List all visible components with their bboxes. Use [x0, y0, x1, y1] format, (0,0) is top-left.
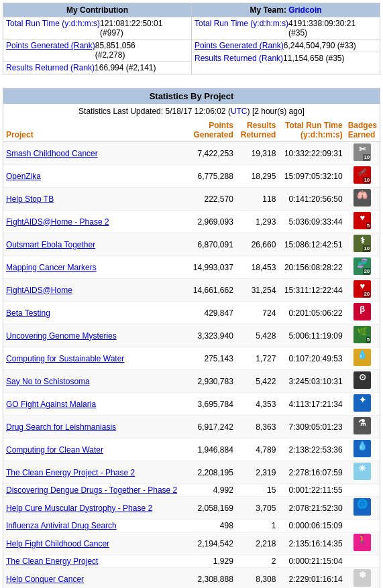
project-results: 1,727 [236, 347, 279, 370]
points-value-left: 85,851,056 (#2,278) [95, 41, 135, 60]
project-name[interactable]: FightAIDS@Home - Phase 2 [3, 211, 188, 233]
project-name[interactable]: Help Conquer Cancer [3, 568, 188, 589]
utc-link[interactable]: UTC [231, 107, 248, 116]
project-name[interactable]: Help Stop TB [3, 188, 188, 211]
project-results: 15 [236, 484, 279, 497]
project-name[interactable]: FightAIDS@Home [3, 279, 188, 302]
project-runtime: 0:201:05:06:22 [278, 302, 345, 325]
results-label-right: Results Returned (Rank) [195, 54, 283, 63]
project-points: 2,208,195 [188, 461, 236, 484]
projects-table: Project PointsGenerated ResultsReturned … [3, 119, 380, 588]
run-time-value-right: 4191:338:09:30:21 (#35) [288, 19, 355, 38]
project-name[interactable]: The Clean Energy Project [3, 555, 188, 568]
table-row: The Clean Energy Project - Phase 2 2,208… [3, 461, 380, 484]
project-runtime: 2:138:22:53:36 [278, 438, 345, 461]
project-runtime: 5:036:09:33:44 [278, 211, 345, 233]
project-results: 8,363 [236, 416, 279, 438]
project-name[interactable]: OpenZika [3, 165, 188, 188]
col-results: ResultsReturned [236, 119, 279, 142]
badge-icon: ⚗ [353, 417, 371, 434]
project-badge: 🌿 5 [345, 325, 380, 347]
badge-icon: ❄ [353, 569, 371, 587]
project-runtime: 2:229:01:16:14 [278, 568, 345, 589]
table-row: Computing for Sustainable Water 275,143 … [3, 347, 380, 370]
project-results: 4,789 [236, 438, 279, 461]
table-row: FightAIDS@Home 14,661,662 31,254 15:311:… [3, 279, 380, 302]
project-badge: 🧬 20 [345, 256, 380, 279]
project-badge: ⚕ 10 [345, 233, 380, 256]
project-results: 118 [236, 188, 279, 211]
project-badge: 💧 [345, 438, 380, 461]
project-name[interactable]: GO Fight Against Malaria [3, 393, 188, 416]
project-runtime: 20:156:08:28:22 [278, 256, 345, 279]
project-results: 19,318 [236, 142, 279, 165]
team-link[interactable]: Gridcoin [288, 5, 321, 15]
table-row: Help Cure Muscular Dystrophy - Phase 2 2… [3, 497, 380, 520]
project-runtime: 5:006:11:19:09 [278, 325, 345, 347]
badge-icon: ⚕ 10 [353, 235, 371, 252]
stats-updated: Statistics Last Updated: 5/18/17 12:06:0… [3, 104, 380, 119]
results-value-left: 166,994 (#2,141) [95, 63, 156, 72]
project-points: 1,946,884 [188, 438, 236, 461]
project-badge [345, 520, 380, 532]
project-name[interactable]: Drug Search for Leishmaniasis [3, 416, 188, 438]
badge-icon: ✂ 10 [353, 143, 371, 161]
project-runtime: 10:332:22:09:31 [278, 142, 345, 165]
project-name[interactable]: Computing for Clean Water [3, 438, 188, 461]
table-row: The Clean Energy Project 1,929 2 0:000:2… [3, 555, 380, 568]
project-runtime: 0:107:20:49:53 [278, 347, 345, 370]
badge-icon: 🧬 20 [353, 257, 371, 275]
project-results: 4,353 [236, 393, 279, 416]
project-name[interactable]: Influenza Antiviral Drug Search [3, 520, 188, 532]
project-badge: β [345, 302, 380, 325]
project-runtime: 2:078:21:52:30 [278, 497, 345, 520]
project-name[interactable]: Outsmart Ebola Together [3, 233, 188, 256]
project-runtime: 0:001:22:11:55 [278, 484, 345, 497]
project-results: 1 [236, 520, 279, 532]
project-points: 6,917,242 [188, 416, 236, 438]
table-row: Outsmart Ebola Together 6,870,091 26,660… [3, 233, 380, 256]
project-name[interactable]: Discovering Dengue Drugs - Together - Ph… [3, 484, 188, 497]
project-points: 7,422,253 [188, 142, 236, 165]
project-name[interactable]: Uncovering Genome Mysteries [3, 325, 188, 347]
project-name[interactable]: Help Cure Muscular Dystrophy - Phase 2 [3, 497, 188, 520]
badge-icon: ⊙ [353, 371, 371, 389]
results-label-left: Results Returned (Rank) [6, 63, 95, 72]
project-points: 2,058,169 [188, 497, 236, 520]
project-runtime: 15:311:12:22:44 [278, 279, 345, 302]
project-runtime: 4:113:17:21:34 [278, 393, 345, 416]
table-row: Help Fight Childhood Cancer 2,194,542 2,… [3, 532, 380, 555]
project-name[interactable]: Beta Testing [3, 302, 188, 325]
project-name[interactable]: Help Fight Childhood Cancer [3, 532, 188, 555]
badge-icon: 💧 [353, 349, 371, 366]
project-badge: 🚶 [345, 532, 380, 555]
project-points: 222,570 [188, 188, 236, 211]
table-row: FightAIDS@Home - Phase 2 2,969,093 1,293… [3, 211, 380, 233]
project-runtime: 0:000:21:15:04 [278, 555, 345, 568]
badge-icon: 🚶 [353, 534, 371, 551]
my-team-header: My Team: Gridcoin [192, 3, 380, 17]
project-name[interactable]: Mapping Cancer Markers [3, 256, 188, 279]
project-results: 5,422 [236, 370, 279, 393]
run-time-value-left: 121:081:22:50:01 (#997) [100, 19, 162, 38]
project-name[interactable]: Computing for Sustainable Water [3, 347, 188, 370]
project-name[interactable]: Smash Childhood Cancer [3, 142, 188, 165]
project-name[interactable]: Say No to Schistosoma [3, 370, 188, 393]
project-points: 4,992 [188, 484, 236, 497]
project-results: 724 [236, 302, 279, 325]
project-badge: ❄ [345, 568, 380, 589]
points-label-right[interactable]: Points Generated (Rank) [195, 41, 284, 50]
project-results: 26,660 [236, 233, 279, 256]
project-points: 1,929 [188, 555, 236, 568]
project-runtime: 0:141:20:56:50 [278, 188, 345, 211]
project-name[interactable]: The Clean Energy Project - Phase 2 [3, 461, 188, 484]
project-points: 2,308,888 [188, 568, 236, 589]
badge-icon: 💧 [353, 440, 371, 457]
table-row: Discovering Dengue Drugs - Together - Ph… [3, 484, 380, 497]
project-points: 275,143 [188, 347, 236, 370]
project-results: 2 [236, 555, 279, 568]
my-contrib-header: My Contribution [3, 3, 191, 17]
project-points: 498 [188, 520, 236, 532]
project-runtime: 2:278:16:07:59 [278, 461, 345, 484]
points-label-left[interactable]: Points Generated (Rank) [6, 41, 95, 50]
